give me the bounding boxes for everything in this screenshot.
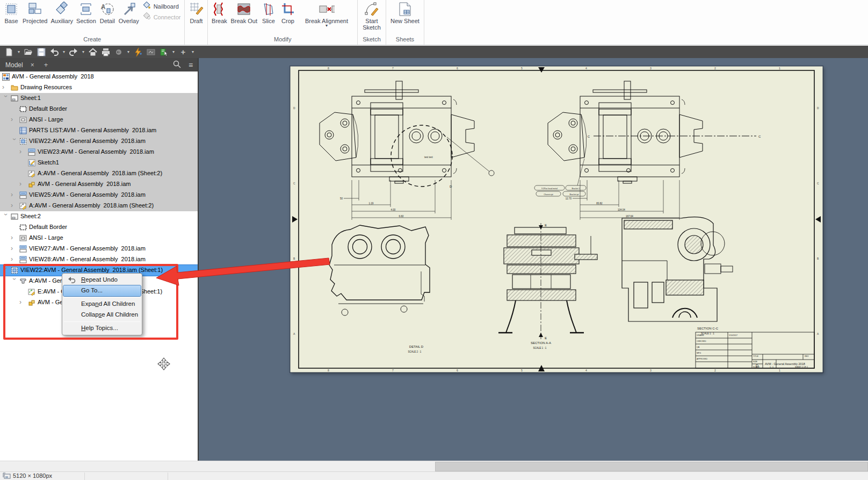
drawing-sheet[interactable]: DDCCBBAA8877665544332211 D test text 50: [290, 66, 823, 372]
tree-row[interactable]: ›ANSI - Large: [0, 114, 198, 125]
tree-row[interactable]: ›AVM - General Assembly 2018.iam: [0, 179, 198, 190]
update-icon[interactable]: [145, 47, 157, 57]
tree-row[interactable]: ›VIEW28:AVM - General Assembly 2018.iam: [0, 254, 198, 265]
title-block-row-label: CHECKED: [697, 340, 706, 342]
projected-label: Projected: [23, 18, 47, 24]
expand-node-icon[interactable]: ›: [11, 191, 17, 199]
tree-row[interactable]: Default Border: [0, 222, 198, 233]
undo-icon[interactable]: [48, 47, 60, 57]
new-file-icon[interactable]: [3, 47, 15, 57]
collapse-node-icon[interactable]: ›: [10, 278, 18, 284]
tree-row[interactable]: AVM - General Assembly 2018: [0, 71, 198, 82]
browser-tab-bar: Model × + ≡: [0, 58, 198, 71]
break-out-button[interactable]: Break Out: [229, 0, 259, 25]
add-tab-icon[interactable]: +: [39, 61, 54, 69]
collapse-node-icon[interactable]: ›: [10, 138, 18, 145]
title-block-row-label: MFG: [697, 352, 701, 354]
add-tools-icon[interactable]: +: [177, 47, 189, 56]
nailboard-button[interactable]: Nailboard: [143, 1, 181, 12]
previous-view-dropdown-icon[interactable]: ▾: [126, 49, 131, 54]
new-sheet-button[interactable]: New Sheet: [388, 0, 422, 25]
browser-menu-icon[interactable]: ≡: [184, 61, 198, 69]
tree-row-label: VIEW22:AVM - General Assembly 2018.iam (…: [20, 267, 163, 273]
collapse-node-icon[interactable]: ›: [2, 213, 9, 220]
draft-button[interactable]: Draft: [186, 0, 206, 25]
tree-row[interactable]: ›A:AVM - General Assembly 2018.iam (Shee…: [0, 200, 198, 211]
expand-node-icon[interactable]: ›: [19, 148, 26, 156]
auxiliary-label: Auxiliary: [50, 18, 73, 24]
tree-row[interactable]: ›ANSI - Large: [0, 233, 198, 243]
tree-row[interactable]: ›VIEW25:AVM - General Assembly 2018.iam: [0, 190, 198, 200]
previous-view-icon[interactable]: [113, 47, 125, 57]
zone-number: 3: [650, 67, 652, 70]
tree-row[interactable]: ›VIEW22:AVM - General Assembly 2018.iam: [0, 136, 198, 147]
sheets-group-label: Sheets: [388, 35, 422, 45]
tree-row[interactable]: ›Drawing Resources: [0, 82, 198, 93]
tab-model[interactable]: Model: [0, 61, 26, 69]
redo-dropdown-icon[interactable]: ▾: [81, 49, 86, 54]
tree-row[interactable]: ›VIEW23:AVM - General Assembly 2018.iam: [0, 147, 198, 157]
undo-dropdown-icon[interactable]: ▾: [61, 49, 67, 54]
expand-node-icon[interactable]: ›: [11, 202, 17, 210]
expand-node-icon[interactable]: ›: [11, 234, 17, 242]
expand-node-icon[interactable]: ›: [19, 181, 26, 188]
section-button[interactable]: Section: [75, 0, 98, 25]
menu-item-expand-all-children[interactable]: Expand All Children: [63, 299, 141, 310]
scrollbar-thumb[interactable]: [435, 462, 868, 471]
search-icon[interactable]: [170, 60, 184, 70]
home-icon[interactable]: [87, 47, 99, 57]
collapse-node-icon[interactable]: ›: [2, 95, 9, 102]
menu-item-repeat-undo[interactable]: Repeat Undo: [63, 275, 141, 285]
open-icon[interactable]: [23, 47, 34, 57]
menu-item-help-topics[interactable]: Help Topics...: [63, 323, 141, 334]
auxiliary-icon: [54, 1, 70, 18]
tree-row-label: VIEW25:AVM - General Assembly 2018.iam: [29, 191, 146, 198]
new-file-dropdown-icon[interactable]: ▾: [16, 49, 21, 54]
tree-row[interactable]: PARTS LIST:AVM - General Assembly 2018.i…: [0, 125, 198, 136]
help-book-icon[interactable]: [158, 47, 170, 57]
save-icon[interactable]: [35, 47, 47, 57]
crop-icon: [280, 1, 296, 18]
tree-row[interactable]: ›Sheet:1: [0, 93, 198, 104]
tree-row[interactable]: ›Sheet:2: [0, 211, 198, 222]
collapse-node-icon[interactable]: ›: [2, 267, 9, 274]
detail-label: Detail: [100, 18, 115, 24]
redo-icon[interactable]: [68, 47, 79, 57]
tree-row[interactable]: A:AVM - General Assembly 2018.iam (Sheet…: [0, 168, 198, 179]
expand-node-icon[interactable]: ›: [11, 256, 17, 263]
expand-node-icon[interactable]: ›: [2, 84, 9, 91]
horizontal-scrollbar[interactable]: [0, 461, 868, 471]
print-icon[interactable]: [100, 47, 112, 57]
break-button[interactable]: Break: [209, 0, 229, 25]
expand-node-icon[interactable]: ›: [19, 299, 26, 306]
tree-row[interactable]: ›VIEW27:AVM - General Assembly 2018.iam: [0, 243, 198, 254]
break-alignment-dropdown-icon[interactable]: ▾: [326, 24, 328, 27]
drawing-viewport[interactable]: DDCCBBAA8877665544332211 D test text 50: [198, 58, 868, 461]
expand-node-icon[interactable]: ›: [11, 245, 17, 253]
break-alignment-button[interactable]: Break Alignment ▾: [298, 0, 356, 28]
help-book-dropdown-icon[interactable]: ▾: [171, 49, 176, 54]
eview-icon: [28, 288, 35, 296]
base-button[interactable]: Base: [2, 0, 21, 25]
auxiliary-button[interactable]: Auxiliary: [49, 0, 75, 25]
title-block-sheet: SHEET 2 OF 2: [795, 366, 808, 368]
detail-button[interactable]: A Detail: [98, 0, 117, 25]
menu-item-collapse-all-children[interactable]: Collapse All Children: [63, 310, 141, 320]
start-sketch-button[interactable]: Start Sketch: [359, 0, 384, 31]
projected-button[interactable]: Projected: [21, 0, 49, 25]
tree-row-label: Default Border: [29, 224, 67, 230]
menu-item-go-to[interactable]: Go To...: [63, 285, 141, 296]
tree-row[interactable]: Default Border: [0, 104, 198, 114]
tree-row[interactable]: Sketch1: [0, 157, 198, 168]
collapse-ribbon-icon[interactable]: ▾: [190, 49, 196, 54]
close-tab-icon[interactable]: ×: [26, 61, 39, 69]
overlay-button[interactable]: Overlay: [117, 0, 141, 25]
expand-node-icon[interactable]: ›: [11, 116, 17, 124]
tree-row-label: Sheet:1: [20, 95, 41, 101]
title-block-title-label: TITLE: [753, 355, 758, 357]
slice-button[interactable]: Slice: [259, 0, 278, 25]
crop-button[interactable]: Crop: [278, 0, 298, 25]
new-sheet-icon: [397, 1, 413, 18]
connector-label: Connector: [154, 14, 181, 20]
ilogic-bolt-icon[interactable]: [132, 47, 144, 57]
